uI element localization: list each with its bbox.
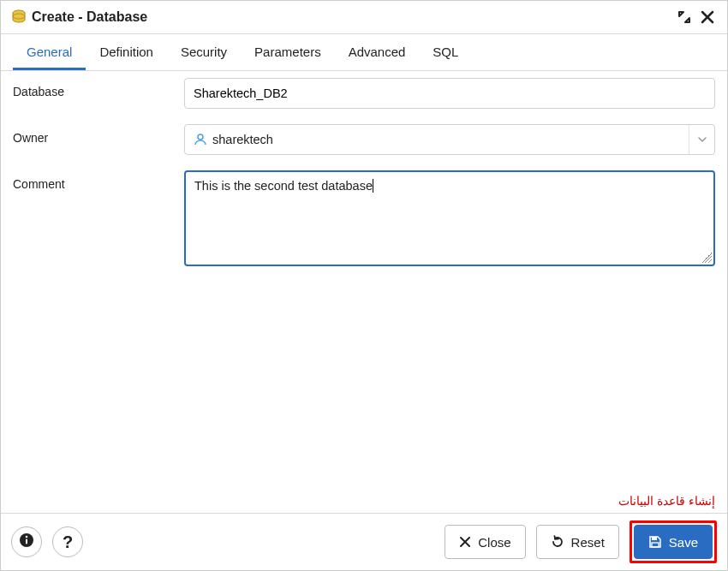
chevron-down-icon[interactable] <box>689 125 714 154</box>
create-database-dialog: Create - Database General Definition Sec… <box>0 0 728 571</box>
tab-definition[interactable]: Definition <box>86 34 167 70</box>
close-label: Close <box>478 535 510 550</box>
owner-value: sharektech <box>212 133 273 146</box>
maximize-icon[interactable] <box>676 9 693 26</box>
label-database: Database <box>13 78 184 98</box>
svg-point-2 <box>198 134 203 140</box>
close-button[interactable]: Close <box>445 525 525 559</box>
label-comment: Comment <box>13 170 184 191</box>
close-icon[interactable] <box>698 8 717 27</box>
annotation-create: إنشاء قاعدة البيانات <box>618 494 715 508</box>
tab-general[interactable]: General <box>13 34 86 70</box>
info-icon <box>19 532 34 552</box>
x-icon <box>459 536 471 548</box>
dialog-footer: ? Close Reset Save <box>1 513 727 570</box>
dialog-title: Create - Database <box>32 9 147 25</box>
tab-sql[interactable]: SQL <box>419 34 472 70</box>
help-button[interactable]: ? <box>52 526 83 557</box>
info-button[interactable] <box>11 526 42 557</box>
reset-icon <box>551 535 564 549</box>
svg-rect-5 <box>26 538 27 544</box>
tab-advanced[interactable]: Advanced <box>335 34 420 70</box>
dialog-tabs: General Definition Security Parameters A… <box>1 34 727 71</box>
save-icon <box>648 535 662 549</box>
svg-rect-6 <box>652 537 657 540</box>
svg-point-4 <box>26 535 28 538</box>
dialog-titlebar: Create - Database <box>1 1 727 34</box>
text-cursor <box>373 179 373 193</box>
user-icon <box>194 133 207 146</box>
question-icon: ? <box>63 532 73 552</box>
save-button[interactable]: Save <box>634 525 713 559</box>
database-name-input[interactable] <box>184 78 715 109</box>
database-icon <box>11 9 27 25</box>
form-area: إسم قاعدة البيانات إسم المالك لقاعدة الب… <box>1 71 727 513</box>
owner-select[interactable]: sharektech <box>184 124 715 155</box>
tab-security[interactable]: Security <box>167 34 241 70</box>
tab-parameters[interactable]: Parameters <box>241 34 335 70</box>
save-highlight: Save <box>630 520 717 563</box>
comment-text: This is the second test database <box>194 179 373 193</box>
resize-handle-icon[interactable] <box>701 253 712 263</box>
save-label: Save <box>669 535 698 550</box>
comment-textarea[interactable]: This is the second test database <box>184 170 715 266</box>
reset-button[interactable]: Reset <box>536 525 619 559</box>
label-owner: Owner <box>13 124 184 145</box>
reset-label: Reset <box>571 535 605 550</box>
